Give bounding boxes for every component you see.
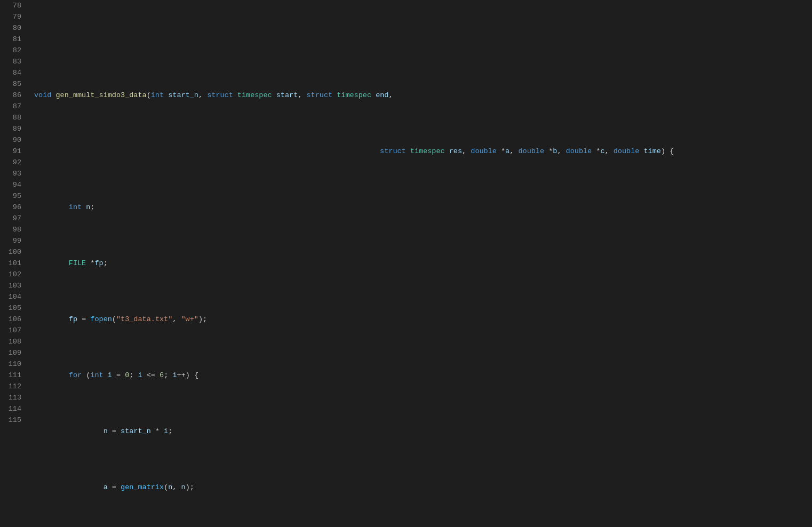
ln-112: 112 xyxy=(4,381,21,392)
ln-90: 90 xyxy=(4,134,21,146)
ln-91: 91 xyxy=(4,146,21,157)
code-line-86: a = gen_matrix(n, n); xyxy=(34,482,812,493)
ln-94: 94 xyxy=(4,179,21,190)
ln-82: 82 xyxy=(4,45,21,56)
ln-78: 78 xyxy=(4,0,21,11)
ln-102: 102 xyxy=(4,269,21,280)
ln-101: 101 xyxy=(4,258,21,269)
ln-92: 92 xyxy=(4,157,21,168)
ln-103: 103 xyxy=(4,280,21,291)
ln-106: 106 xyxy=(4,314,21,325)
ln-96: 96 xyxy=(4,202,21,213)
code-line-82: FILE *fp; xyxy=(34,258,812,269)
code-line-78 xyxy=(34,34,812,45)
ln-95: 95 xyxy=(4,190,21,202)
ln-100: 100 xyxy=(4,246,21,258)
ln-113: 113 xyxy=(4,392,21,403)
ln-80: 80 xyxy=(4,22,21,34)
ln-87: 87 xyxy=(4,101,21,112)
ln-104: 104 xyxy=(4,291,21,302)
code-line-85: n = start_n * i; xyxy=(34,426,812,437)
ln-88: 88 xyxy=(4,112,21,123)
ln-99: 99 xyxy=(4,235,21,246)
code-line-81: int n; xyxy=(34,202,812,213)
line-numbers: 78 79 80 81 82 83 84 85 86 87 88 89 90 9… xyxy=(0,0,26,527)
code-line-83: fp = fopen("t3_data.txt", "w+"); xyxy=(34,314,812,325)
ln-114: 114 xyxy=(4,403,21,414)
code-lines[interactable]: void gen_mmult_simdo3_data(int start_n, … xyxy=(26,0,812,527)
ln-105: 105 xyxy=(4,302,21,314)
ln-115: 115 xyxy=(4,414,21,426)
ln-110: 110 xyxy=(4,358,21,370)
ln-86: 86 xyxy=(4,90,21,101)
ln-111: 111 xyxy=(4,370,21,381)
code-line-80: struct timespec res, double *a, double *… xyxy=(34,146,812,157)
ln-93: 93 xyxy=(4,168,21,179)
ln-85: 85 xyxy=(4,78,21,90)
ln-109: 109 xyxy=(4,347,21,358)
ln-107: 107 xyxy=(4,325,21,336)
ln-83: 83 xyxy=(4,56,21,67)
code-editor: 78 79 80 81 82 83 84 85 86 87 88 89 90 9… xyxy=(0,0,812,527)
ln-108: 108 xyxy=(4,336,21,347)
code-line-79: void gen_mmult_simdo3_data(int start_n, … xyxy=(34,90,812,101)
ln-79: 79 xyxy=(4,11,21,22)
ln-97: 97 xyxy=(4,213,21,224)
ln-98: 98 xyxy=(4,224,21,235)
ln-89: 89 xyxy=(4,123,21,134)
ln-84: 84 xyxy=(4,67,21,78)
ln-81: 81 xyxy=(4,34,21,45)
code-line-84: for (int i = 0; i <= 6; i++) { xyxy=(34,370,812,381)
